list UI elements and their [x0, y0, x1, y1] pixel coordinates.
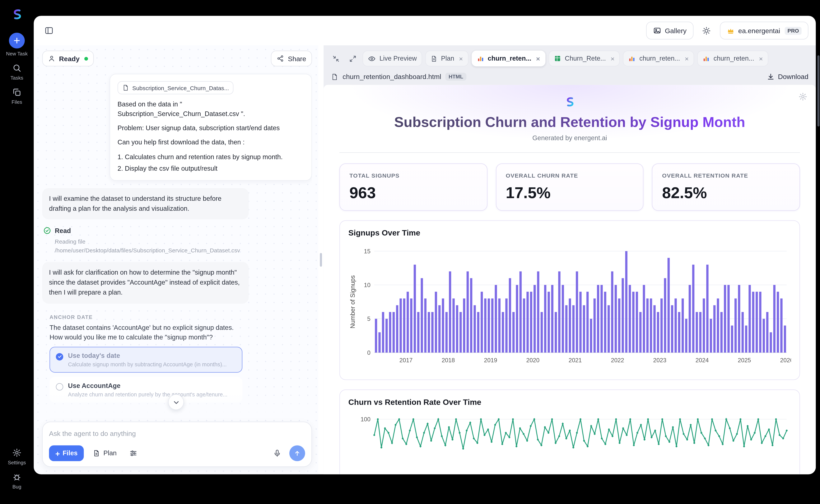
- tab-label: churn_reten...: [639, 55, 680, 62]
- svg-text:2017: 2017: [399, 357, 413, 364]
- rail-item-label: Settings: [8, 460, 26, 465]
- chat-input[interactable]: [49, 430, 305, 437]
- chat-panel: Ready Share Subscription_Service_Churn_D…: [34, 45, 318, 474]
- add-files-button[interactable]: +Files: [49, 445, 84, 461]
- panel-resizer[interactable]: [318, 45, 324, 474]
- close-icon[interactable]: ×: [536, 55, 540, 62]
- rail-item-label: Bug: [12, 484, 21, 490]
- app-window: Gallery ea.energentai PRO Ready: [34, 16, 816, 474]
- chevron-down-icon: [172, 398, 180, 406]
- close-icon[interactable]: ×: [759, 55, 763, 62]
- tab-plan[interactable]: Plan ×: [425, 51, 468, 66]
- option-title: Use today's date: [68, 352, 227, 359]
- filetype-badge: HTML: [445, 73, 466, 81]
- dashboard-settings-icon[interactable]: [798, 92, 807, 101]
- scroll-to-bottom-button[interactable]: [168, 394, 184, 410]
- tools-settings-button[interactable]: [126, 445, 141, 461]
- svg-text:Number of Signups: Number of Signups: [349, 275, 356, 328]
- close-icon[interactable]: ×: [459, 55, 463, 62]
- agent-icon: [48, 55, 55, 62]
- tab-label: churn_reten...: [714, 55, 754, 62]
- share-button[interactable]: Share: [271, 51, 312, 66]
- send-button[interactable]: [289, 445, 305, 461]
- signups-bar-chart: 0510152017201820192020202120222023202420…: [348, 241, 791, 374]
- tab-churn-retention-3[interactable]: churn_reten... ×: [697, 51, 768, 66]
- dashboard: Subscription Churn and Retention by Sign…: [324, 85, 816, 474]
- plan-button[interactable]: Plan: [88, 445, 121, 461]
- energent-logo-icon: [10, 8, 24, 22]
- sidebar-toggle-button[interactable]: [41, 23, 57, 38]
- option-use-todays-date[interactable]: Use today's date Calculate signup month …: [49, 347, 242, 373]
- gallery-icon: [653, 26, 661, 35]
- stat-churn-rate: OVERALL CHURN RATE 17.5%: [496, 163, 644, 211]
- download-button[interactable]: Download: [767, 73, 808, 81]
- svg-text:10: 10: [364, 282, 370, 288]
- chat-messages[interactable]: Subscription_Service_Churn_Datas... Base…: [42, 70, 312, 416]
- option-use-accountage[interactable]: Use AccountAge Analyze churn and retenti…: [49, 377, 242, 403]
- sliders-icon: [129, 449, 138, 457]
- bug-icon: [12, 472, 21, 482]
- panel-left-icon: [44, 26, 54, 35]
- file-text-icon: [431, 55, 437, 62]
- account-menu[interactable]: ea.energentai PRO: [720, 22, 808, 40]
- anchor-question: The dataset contains 'AccountAge' but no…: [49, 323, 240, 342]
- tab-churn-retention-2[interactable]: churn_reten... ×: [623, 51, 694, 66]
- stats-row: TOTAL SIGNUPS 963 OVERALL CHURN RATE 17.…: [339, 163, 800, 211]
- radio-unchecked-icon: [56, 383, 63, 390]
- app-logo[interactable]: [10, 8, 24, 22]
- open-file-name: churn_retention_dashboard.html: [342, 73, 441, 81]
- bug-button[interactable]: Bug: [12, 472, 21, 490]
- top-bar: Gallery ea.energentai PRO: [34, 16, 816, 45]
- stat-retention-rate: OVERALL RETENTION RATE 82.5%: [652, 163, 800, 211]
- stat-value: 82.5%: [662, 184, 790, 202]
- anchor-date-prompt: ANCHOR DATE The dataset contains 'Accoun…: [42, 312, 312, 407]
- dashboard-subtitle: Generated by energent.ai: [339, 134, 800, 142]
- tool-call-read[interactable]: Read Reading file /home/user/Desktop/dat…: [42, 227, 312, 255]
- rail-item-label: New Task: [6, 51, 28, 56]
- arrows-out-icon: [349, 54, 356, 62]
- tasks-button[interactable]: Tasks: [11, 63, 23, 81]
- tab-churn-retention-dashboard[interactable]: churn_reten... ×: [471, 51, 545, 66]
- tab-label: Plan: [441, 55, 454, 62]
- new-task-button[interactable]: New Task: [6, 33, 28, 56]
- tab-live-preview[interactable]: Live Preview: [363, 51, 422, 66]
- option-description: Calculate signup month by subtracting Ac…: [68, 361, 227, 367]
- tab-label: Churn_Rete...: [565, 55, 606, 62]
- tab-churn-retention-csv[interactable]: Churn_Rete... ×: [548, 51, 620, 66]
- close-icon[interactable]: ×: [611, 55, 615, 62]
- stat-total-signups: TOTAL SIGNUPS 963: [339, 163, 487, 211]
- plan-label: Plan: [103, 450, 117, 457]
- file-bar: churn_retention_dashboard.html HTML Down…: [324, 70, 816, 85]
- status-label: Ready: [59, 54, 80, 62]
- files-label: Files: [63, 450, 77, 457]
- mic-button[interactable]: [269, 445, 285, 461]
- svg-text:2018: 2018: [442, 357, 455, 364]
- files-button[interactable]: Files: [12, 87, 22, 105]
- share-label: Share: [288, 54, 306, 62]
- download-icon: [767, 73, 775, 81]
- chat-header: Ready Share: [42, 51, 312, 66]
- svg-text:2026: 2026: [780, 357, 791, 364]
- assistant-message: I will ask for clarification on how to d…: [42, 262, 249, 303]
- settings-button[interactable]: Settings: [8, 448, 26, 465]
- agent-status-pill[interactable]: Ready: [42, 51, 94, 66]
- gallery-button[interactable]: Gallery: [646, 22, 693, 40]
- user-message-line: Can you help first download the data, th…: [118, 138, 304, 147]
- expand-panel-button[interactable]: [346, 52, 359, 65]
- tab-bar: Live Preview Plan × churn_reten... ×: [324, 45, 816, 69]
- crown-icon: [727, 27, 734, 35]
- sun-icon: [702, 26, 711, 35]
- svg-text:5: 5: [367, 315, 370, 322]
- resizer-grip[interactable]: [320, 253, 322, 267]
- attachment-chip[interactable]: Subscription_Service_Churn_Datas...: [118, 81, 234, 94]
- window-scrollbar[interactable]: [817, 55, 819, 127]
- chart-title: Churn vs Retention Rate Over Time: [348, 397, 791, 406]
- theme-toggle-button[interactable]: [699, 23, 714, 38]
- html-preview[interactable]: Subscription Churn and Retention by Sign…: [324, 85, 816, 474]
- user-message-line: 2. Display the csv file output/result: [118, 164, 304, 173]
- close-icon[interactable]: ×: [685, 55, 689, 62]
- chart-title: Signups Over Time: [348, 228, 791, 237]
- attachment-name: Subscription_Service_Churn_Datas...: [132, 85, 229, 91]
- files-icon: [12, 87, 21, 97]
- collapse-panel-button[interactable]: [329, 52, 342, 65]
